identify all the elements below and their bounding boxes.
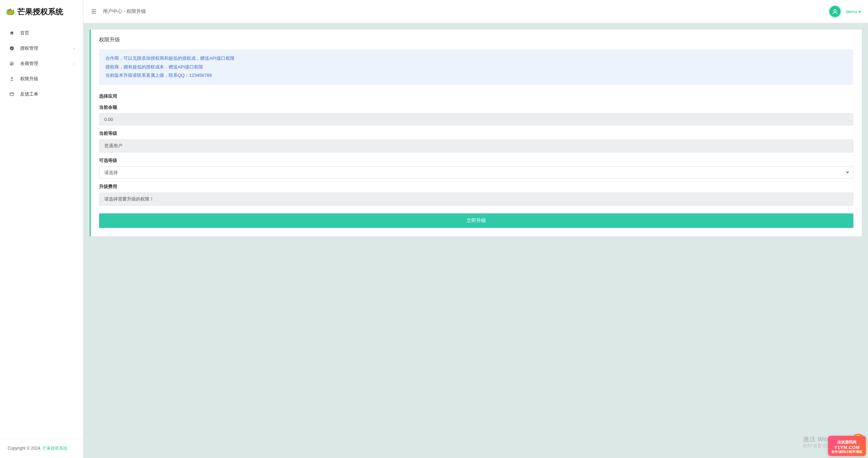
level-select[interactable]: 请选择 <box>99 166 853 179</box>
avatar[interactable] <box>828 5 842 18</box>
select-app-label: 选择应用 <box>99 92 853 99</box>
copyright: Copyright © 2024. 芒果授权系统 <box>0 439 83 458</box>
content: 权限升级 合作商，可以无限添加授权商和超低的授权成，赠送API接口权限 授权商，… <box>83 23 868 458</box>
user-avatar-icon <box>832 8 838 15</box>
app-logo[interactable]: 芒果授权系统 <box>0 0 83 23</box>
home-icon <box>8 31 15 35</box>
app-name: 芒果授权系统 <box>17 7 63 17</box>
submit-button[interactable]: 立即升级 <box>99 213 853 228</box>
cost-label: 升级费用 <box>99 183 853 190</box>
sidebar-item-home[interactable]: 首页 <box>0 25 83 41</box>
cost-value: 请选择需要升级的权限！ <box>99 193 853 206</box>
balance-value: 0.00 <box>99 113 853 125</box>
upgrade-icon <box>8 76 15 81</box>
sidebar-item-label: 授权管理 <box>20 45 38 51</box>
corner-badge[interactable]: 依依源码网 Y1YM.COM 软件/源码/小程序/模板 <box>828 436 866 456</box>
corner-sub: 软件/源码/小程序/模板 <box>832 450 862 454</box>
notice-box: 合作商，可以无限添加授权商和超低的授权成，赠送API接口权限 授权商，拥有超低的… <box>99 49 853 85</box>
corner-title: 依依源码网 <box>832 440 862 444</box>
notice-line: 当前版本升级请联系直属上级，联系QQ：123456789 <box>105 71 847 80</box>
top-nav: 用户中心 - 权限升级 demo ▾ <box>83 0 868 23</box>
sidebar-item-balance[interactable]: 余额管理 › <box>0 56 83 71</box>
dollar-icon <box>8 61 15 66</box>
ticket-icon <box>8 92 15 97</box>
caret-down-icon: ▾ <box>859 9 861 14</box>
sidebar-item-label: 首页 <box>20 30 29 36</box>
chevron-right-icon: › <box>74 47 75 50</box>
level-value: 普通用户 <box>99 139 853 153</box>
sidebar-nav: 首页 授权管理 › 余额管理 › 权限升级 反馈工单 <box>0 23 83 439</box>
copyright-text: Copyright © 2024. <box>8 446 42 451</box>
sidebar-item-label: 余额管理 <box>20 60 38 67</box>
svg-point-4 <box>834 9 836 12</box>
corner-domain: Y1YM.COM <box>832 445 862 450</box>
user-name: demo <box>846 9 857 14</box>
user-menu[interactable]: demo ▾ <box>846 9 861 14</box>
upgrade-card: 权限升级 合作商，可以无限添加授权商和超低的授权成，赠送API接口权限 授权商，… <box>90 30 862 236</box>
sidebar: 芒果授权系统 首页 授权管理 › 余额管理 › 权限升级 <box>0 0 83 458</box>
notice-line: 授权商，拥有超低的授权成本，赠送API接口权限 <box>105 63 847 72</box>
sidebar-item-label: 反馈工单 <box>20 91 38 97</box>
copyright-link[interactable]: 芒果授权系统 <box>42 446 67 451</box>
sidebar-item-feedback[interactable]: 反馈工单 <box>0 87 83 102</box>
mango-logo-icon <box>6 7 15 17</box>
check-icon <box>8 46 15 51</box>
svg-point-0 <box>8 9 10 11</box>
hamburger-icon[interactable] <box>90 8 98 15</box>
svg-point-1 <box>10 46 14 50</box>
card-title: 权限升级 <box>91 30 862 49</box>
sidebar-item-label: 权限升级 <box>20 76 38 82</box>
chevron-right-icon: › <box>74 62 75 66</box>
top-right: demo ▾ <box>828 5 861 18</box>
sidebar-item-auth[interactable]: 授权管理 › <box>0 41 83 56</box>
notice-line: 合作商，可以无限添加授权商和超低的授权成，赠送API接口权限 <box>105 54 847 63</box>
balance-label: 当前余额 <box>99 104 853 111</box>
svg-rect-3 <box>10 93 14 96</box>
sidebar-item-upgrade[interactable]: 权限升级 <box>0 71 83 87</box>
level-label: 当前等级 <box>99 130 853 137</box>
main-area: 用户中心 - 权限升级 demo ▾ 权限升级 合作商，可以无限添加授权商和超低… <box>83 0 868 458</box>
card-body: 合作商，可以无限添加授权商和超低的授权成，赠送API接口权限 授权商，拥有超低的… <box>91 49 862 228</box>
breadcrumb: 用户中心 - 权限升级 <box>103 8 146 15</box>
options-label: 可选等级 <box>99 157 853 164</box>
